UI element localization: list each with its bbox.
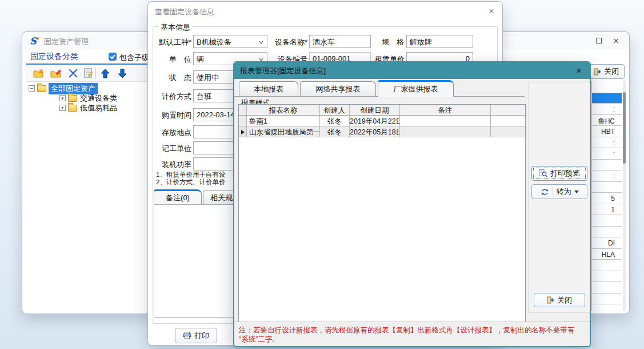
grid-cell[interactable]: : bbox=[592, 170, 622, 182]
app-icon: S● bbox=[30, 35, 39, 46]
convert-dropdown-icon[interactable] bbox=[574, 191, 579, 193]
grid-selected-row[interactable] bbox=[592, 93, 622, 104]
device-name-input[interactable]: 洒水车 bbox=[309, 35, 371, 48]
tab-remark-label: 备注(0) bbox=[166, 193, 190, 203]
exit-door-icon bbox=[547, 296, 554, 304]
cell-date[interactable]: 2022年05月18日 bbox=[350, 126, 400, 137]
tree-item-label[interactable]: 低值易耗品 bbox=[80, 103, 117, 113]
convert-arrows-icon bbox=[541, 188, 549, 196]
folder-icon bbox=[68, 95, 77, 102]
pricing-label: 计价方式 bbox=[156, 92, 191, 102]
grid-cell[interactable]: : bbox=[592, 148, 622, 160]
expand-icon[interactable]: + bbox=[59, 105, 66, 111]
actions-panel: 打印预览 转为 关闭 bbox=[528, 82, 590, 313]
grid-cell[interactable] bbox=[592, 260, 622, 271]
cell-date[interactable]: 2019年04月22日 bbox=[350, 116, 400, 126]
status-label: 状 态 bbox=[156, 73, 191, 83]
tree-root-label[interactable]: 全部固定资产 bbox=[49, 83, 98, 94]
edit-doc-icon[interactable] bbox=[82, 67, 94, 80]
table-row[interactable]: 鲁南1 张冬 2019年04月22日 bbox=[239, 116, 525, 126]
new-folder-icon[interactable] bbox=[33, 67, 45, 80]
main-close-button-label: 关闭 bbox=[604, 66, 619, 77]
maximize-button[interactable] bbox=[596, 38, 602, 43]
chevron-down-icon[interactable] bbox=[259, 40, 263, 45]
device-name-label: 设备名称* bbox=[272, 37, 307, 47]
tab-vendor-reports[interactable]: 厂家提供报表 bbox=[378, 80, 454, 97]
location-label: 存放地点 bbox=[156, 128, 191, 138]
convert-button[interactable]: 转为 bbox=[531, 184, 587, 199]
grid-cell[interactable]: 1 bbox=[592, 204, 622, 216]
cell-note[interactable] bbox=[400, 126, 491, 137]
cell-report-name[interactable]: 鲁南1 bbox=[247, 116, 320, 126]
col-header-date[interactable]: 创建日期 bbox=[350, 105, 400, 115]
category-panel-title: 固定设备分类 bbox=[30, 51, 78, 62]
report-table-header: 报表名称 创建人 创建日期 备注 bbox=[239, 105, 525, 116]
worktype-combobox[interactable]: B机械设备 bbox=[193, 35, 267, 48]
scrollbar-thumb[interactable] bbox=[623, 92, 626, 164]
spec-input[interactable]: 解放牌 bbox=[406, 35, 473, 48]
edit-folder-icon[interactable] bbox=[50, 67, 62, 80]
device-dialog-close-icon[interactable]: × bbox=[489, 6, 494, 16]
report-close-button[interactable]: 关闭 bbox=[534, 293, 585, 307]
grid-cell[interactable] bbox=[592, 271, 622, 283]
tab-remark[interactable]: 备注(0) bbox=[154, 189, 202, 204]
tab-local-reports-label: 本地报表 bbox=[254, 84, 283, 94]
toolbar-separator bbox=[95, 68, 96, 79]
unit-label: 单 位 bbox=[156, 54, 191, 65]
grid-cell[interactable] bbox=[592, 282, 622, 294]
tab-local-reports[interactable]: 本地报表 bbox=[239, 81, 298, 96]
tree-row-item[interactable]: + 交通设备类 bbox=[26, 93, 117, 103]
print-preview-button[interactable]: 打印预览 bbox=[531, 166, 587, 181]
report-manager-title: 报表管理器[固定设备信息] bbox=[240, 66, 326, 76]
tree-row-root[interactable]: − 全部固定资产 bbox=[26, 84, 98, 93]
data-grid-strip: :鲁HCHBT:::51DIHLA bbox=[591, 81, 622, 311]
grid-cell[interactable]: HBT bbox=[592, 126, 622, 137]
include-sublevel-label: 包含子级明细 bbox=[119, 53, 151, 63]
report-manager-dialog: 报表管理器[固定设备信息] × 本地报表 网络共享报表 厂家提供报表 报表样式 … bbox=[233, 61, 591, 347]
move-down-icon[interactable] bbox=[116, 67, 129, 80]
grid-cell[interactable] bbox=[592, 182, 622, 193]
power-label: 装机功率 bbox=[156, 160, 191, 170]
grid-cell[interactable]: HLA bbox=[592, 249, 622, 260]
tab-network-shared-reports-label: 网络共享报表 bbox=[316, 84, 361, 94]
main-close-icon[interactable]: × bbox=[613, 36, 619, 46]
collapse-icon[interactable]: − bbox=[29, 85, 35, 92]
report-close-label: 关闭 bbox=[557, 295, 572, 306]
col-header-name[interactable]: 报表名称 bbox=[247, 105, 320, 115]
grid-cell[interactable]: 鲁HC bbox=[592, 115, 622, 126]
desktop: S● 固定资产管理 × 固定设备分类 包含子级明细 bbox=[0, 0, 644, 349]
include-sublevel-checkbox[interactable] bbox=[109, 53, 117, 61]
grid-cell[interactable]: : bbox=[592, 137, 622, 149]
expand-icon[interactable]: + bbox=[59, 95, 66, 101]
split-divider bbox=[553, 187, 553, 197]
print-button[interactable]: 打印 bbox=[175, 328, 217, 343]
col-header-note[interactable]: 备注 bbox=[400, 105, 491, 115]
cell-creator[interactable]: 张冬 bbox=[320, 126, 350, 137]
move-up-icon[interactable] bbox=[99, 67, 111, 80]
table-row-selected[interactable]: 山东省煤田地质局第一 张冬 2022年05月18日 bbox=[239, 126, 525, 137]
grid-cell[interactable]: DI bbox=[592, 237, 622, 249]
row-selector-current[interactable] bbox=[239, 126, 247, 137]
grid-cell[interactable]: 5 bbox=[592, 193, 622, 204]
grid-cell[interactable] bbox=[592, 227, 622, 238]
cell-creator[interactable]: 张冬 bbox=[320, 116, 350, 126]
row-selector[interactable] bbox=[239, 116, 247, 126]
grid-cell[interactable] bbox=[592, 215, 622, 227]
grid-cell[interactable] bbox=[592, 294, 622, 305]
col-header-creator[interactable]: 创建人 bbox=[320, 105, 350, 115]
grid-cell[interactable]: : bbox=[592, 104, 622, 115]
grid-cell[interactable] bbox=[592, 160, 622, 171]
worktype-value: B机械设备 bbox=[197, 38, 231, 46]
purchase-date-label: 购置时间 bbox=[156, 110, 191, 121]
tree-item-label[interactable]: 交通设备类 bbox=[80, 93, 117, 104]
main-close-button[interactable]: 关闭 bbox=[588, 64, 625, 79]
folder-icon bbox=[37, 85, 46, 92]
cell-report-name[interactable]: 山东省煤田地质局第一 bbox=[247, 126, 320, 137]
report-manager-close-icon[interactable]: × bbox=[576, 66, 582, 76]
hint-line-2: 2、计价方式、计价单价 bbox=[156, 178, 225, 187]
footnote-area: 注：若要自行设计新报表，请先根据原有的报表【复制】出新格式再【设计报表】，复制出… bbox=[234, 322, 590, 346]
delete-icon[interactable] bbox=[67, 67, 79, 80]
cell-note[interactable] bbox=[400, 116, 491, 126]
tree-row-item[interactable]: + 低值易耗品 bbox=[26, 103, 117, 113]
tab-network-shared-reports[interactable]: 网络共享报表 bbox=[300, 81, 376, 96]
